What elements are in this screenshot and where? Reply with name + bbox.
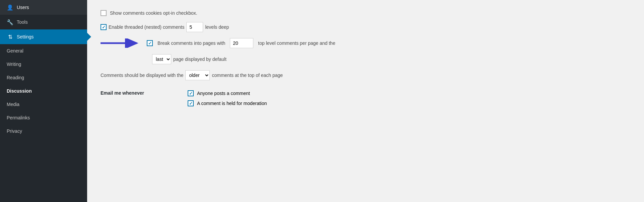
row-threaded: Enable threaded (nested) comments levels… bbox=[101, 22, 631, 32]
comments-order-select[interactable]: older newer bbox=[185, 70, 210, 80]
comments-order-label-before: Comments should be displayed with the bbox=[101, 73, 183, 78]
sidebar-item-discussion[interactable]: Discussion bbox=[0, 84, 87, 98]
tools-icon: 🔧 bbox=[7, 19, 13, 25]
sidebar-item-label: Users bbox=[17, 5, 29, 10]
main-content: Show comments cookies opt-in checkbox. E… bbox=[87, 0, 644, 202]
sidebar-item-settings[interactable]: ⇅ Settings bbox=[0, 29, 87, 44]
email-moderation-label: A comment is held for moderation bbox=[197, 101, 267, 106]
row-comments-order: Comments should be displayed with the ol… bbox=[101, 70, 631, 80]
email-anyone-checkbox[interactable] bbox=[188, 90, 194, 96]
threaded-levels-input[interactable] bbox=[186, 22, 203, 32]
break-comments-number-input[interactable] bbox=[230, 38, 253, 48]
user-icon: 👤 bbox=[7, 4, 13, 11]
email-checks: Anyone posts a comment A comment is held… bbox=[188, 90, 267, 106]
sidebar-item-label: Privacy bbox=[7, 128, 22, 134]
sidebar-item-tools[interactable]: 🔧 Tools bbox=[0, 15, 87, 29]
sidebar-item-permalinks[interactable]: Permalinks bbox=[0, 111, 87, 124]
sidebar-item-users[interactable]: 👤 Users bbox=[0, 0, 87, 15]
break-comments-label-after: top level comments per page and the bbox=[258, 40, 335, 46]
sidebar-item-reading[interactable]: Reading bbox=[0, 71, 87, 84]
row-cookies: Show comments cookies opt-in checkbox. bbox=[101, 10, 631, 16]
email-section-label: Email me whenever bbox=[101, 90, 181, 96]
sidebar-item-media[interactable]: Media bbox=[0, 98, 87, 111]
cookies-label: Show comments cookies opt-in checkbox. bbox=[110, 10, 197, 16]
cookies-checkbox[interactable] bbox=[101, 10, 107, 16]
row-page-display: last first page displayed by default bbox=[152, 54, 631, 64]
sidebar-item-label: Writing bbox=[7, 62, 21, 67]
cookies-checkbox-wrap: Show comments cookies opt-in checkbox. bbox=[101, 10, 197, 16]
sidebar-item-label: General bbox=[7, 48, 23, 54]
sidebar-item-label: Tools bbox=[17, 19, 28, 25]
threaded-label-after: levels deep bbox=[205, 24, 229, 30]
email-section: Email me whenever Anyone posts a comment… bbox=[101, 90, 631, 106]
sidebar-item-label: Media bbox=[7, 102, 19, 107]
sidebar-item-privacy[interactable]: Privacy bbox=[0, 124, 87, 138]
sidebar-item-writing[interactable]: Writing bbox=[0, 58, 87, 71]
sidebar-item-general[interactable]: General bbox=[0, 44, 87, 58]
sidebar-item-label: Reading bbox=[7, 75, 24, 80]
sidebar-item-label: Discussion bbox=[7, 88, 32, 94]
sidebar: 👤 Users 🔧 Tools ⇅ Settings General Writi… bbox=[0, 0, 87, 202]
break-comments-label-before: Break comments into pages with bbox=[157, 40, 225, 46]
email-check-1: Anyone posts a comment bbox=[188, 90, 267, 96]
email-check-2: A comment is held for moderation bbox=[188, 100, 267, 106]
row-break-comments: Break comments into pages with top level… bbox=[101, 38, 631, 48]
threaded-label-before: Enable threaded (nested) comments bbox=[109, 24, 184, 30]
sidebar-item-label: Permalinks bbox=[7, 115, 30, 120]
threaded-checkbox[interactable] bbox=[101, 24, 107, 30]
comments-order-label-after: comments at the top of each page bbox=[212, 73, 283, 78]
email-anyone-label: Anyone posts a comment bbox=[197, 91, 250, 96]
email-moderation-checkbox[interactable] bbox=[188, 100, 194, 106]
page-display-label: page displayed by default bbox=[173, 57, 227, 62]
sidebar-item-label: Settings bbox=[17, 34, 34, 39]
break-comments-checkbox[interactable] bbox=[147, 40, 153, 46]
settings-icon: ⇅ bbox=[7, 33, 13, 40]
blue-arrow-annotation bbox=[101, 38, 141, 48]
page-order-select[interactable]: last first bbox=[152, 54, 171, 64]
